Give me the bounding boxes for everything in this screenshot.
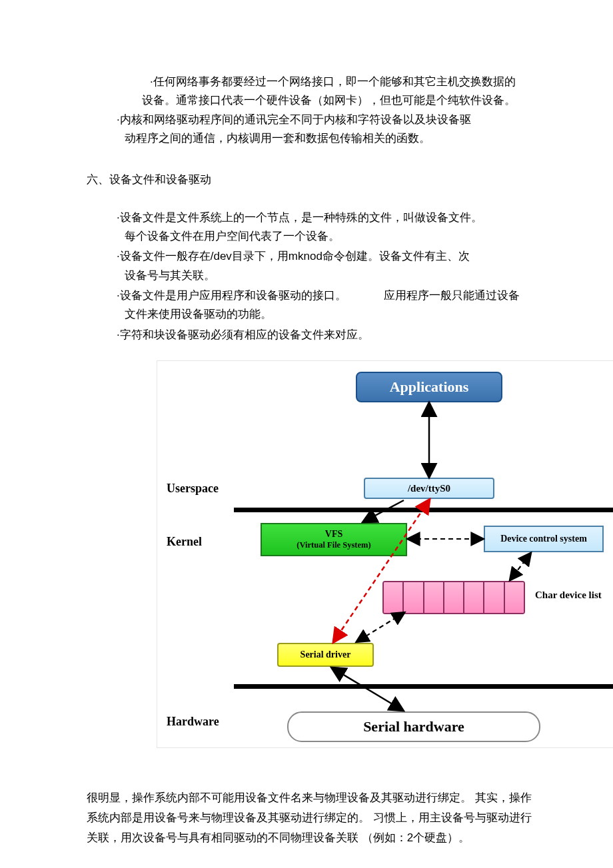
box-serial-driver: Serial driver — [277, 643, 374, 667]
bullet-text: ·设备文件是文件系统上的一个节点，是一种特殊的文件，叫做设备文件。 — [117, 209, 533, 226]
box-char-device-list — [382, 581, 525, 614]
svg-line-4 — [510, 554, 530, 580]
vfs-line2: (Virtual File System) — [297, 540, 370, 550]
diagram-label-kernel: Kernel — [167, 533, 202, 552]
divider-line — [234, 508, 613, 512]
box-applications: Applications — [356, 372, 502, 402]
bullet-text: ·任何网络事务都要经过一个网络接口，即一个能够和其它主机交换数据的 — [150, 73, 533, 91]
bullet-text: ·内核和网络驱动程序间的通讯完全不同于内核和字符设备以及块设备驱 — [117, 111, 533, 129]
box-device-control-system: Device control system — [484, 526, 604, 552]
svg-line-6 — [332, 668, 402, 710]
bullet-continuation: 动程序之间的通信，内核调用一套和数据包传输相关的函数。 — [125, 130, 533, 147]
document-page: ·任何网络事务都要经过一个网络接口，即一个能够和其它主机交换数据的 设备。通常接… — [0, 0, 613, 868]
bullet-continuation: 每个设备文件在用户空间代表了一个设备。 — [125, 228, 533, 245]
box-vfs: VFS (Virtual File System) — [261, 523, 407, 556]
bullet-continuation: 设备。通常接口代表一个硬件设备（如网卡），但也可能是个纯软件设备。 — [142, 92, 533, 109]
architecture-diagram: Userspace Kernel Hardware Applications /… — [157, 360, 613, 748]
diagram-label-userspace: Userspace — [167, 480, 219, 498]
section-bullet-group: ·设备文件是文件系统上的一个节点，是一种特殊的文件，叫做设备文件。 每个设备文件… — [87, 209, 533, 344]
bullet-text: ·设备文件是用户应用程序和设备驱动的接口。 应用程序一般只能通过设备 — [117, 287, 533, 304]
svg-line-5 — [357, 613, 404, 642]
bullet-continuation: 设备号与其关联。 — [125, 267, 533, 284]
box-dev-tty: /dev/ttyS0 — [364, 478, 494, 499]
bullet-continuation: 文件来使用设备驱动的功能。 — [125, 306, 533, 323]
section-title: 六、设备文件和设备驱动 — [87, 171, 533, 189]
body-paragraph: 很明显，操作系统内部不可能用设备文件名来与物理设备及其驱动进行绑定。 其实，操作… — [87, 788, 533, 847]
box-serial-hardware: Serial hardware — [287, 711, 540, 742]
svg-line-2 — [334, 500, 429, 642]
diagram-label-hardware: Hardware — [167, 713, 219, 731]
top-bullet-group: ·任何网络事务都要经过一个网络接口，即一个能够和其它主机交换数据的 设备。通常接… — [87, 73, 533, 147]
vfs-line1: VFS — [325, 529, 342, 540]
bullet-text: ·设备文件一般存在/dev目录下，用mknod命令创建。设备文件有主、次 — [117, 248, 533, 265]
bullet-text: ·字符和块设备驱动必须有相应的设备文件来对应。 — [117, 326, 533, 344]
label-char-device-list: Char device list — [535, 588, 602, 603]
divider-line — [234, 684, 613, 689]
